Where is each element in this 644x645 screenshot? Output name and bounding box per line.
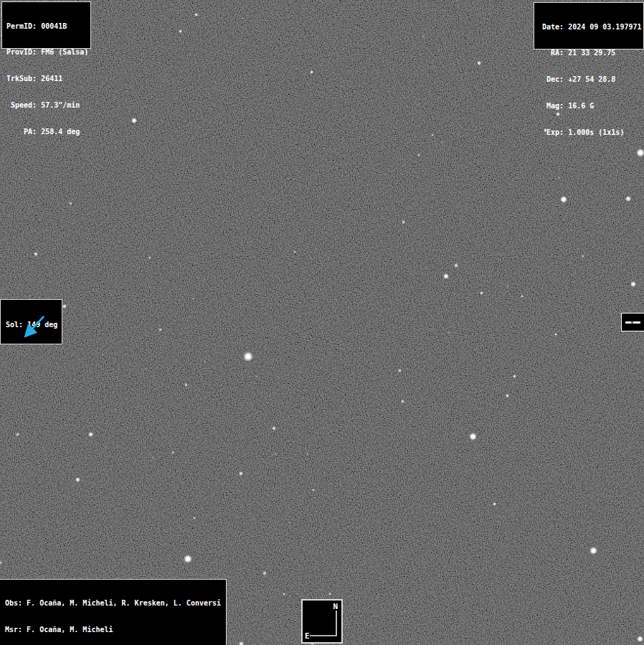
star — [589, 547, 597, 555]
astrometry-image-viewer: PermID: 00041B ProvID: FM6 (Salsa) TrkSu… — [0, 0, 644, 645]
star — [204, 360, 206, 362]
star — [102, 354, 104, 356]
star — [625, 196, 631, 202]
star — [184, 555, 192, 563]
dec-line: Dec: +27 54 28.8 — [538, 75, 640, 84]
star — [637, 636, 643, 642]
star — [554, 333, 557, 336]
star — [69, 202, 72, 205]
star — [431, 133, 434, 136]
prov-id-line: ProvID: FM6 (Salsa) — [6, 48, 86, 57]
star — [62, 304, 67, 309]
star — [262, 571, 267, 575]
object-info-panel: PermID: 00041B ProvID: FM6 (Salsa) TrkSu… — [1, 1, 91, 49]
star — [448, 331, 450, 334]
star — [306, 453, 308, 455]
star — [16, 433, 19, 436]
star — [630, 281, 636, 287]
star — [443, 273, 449, 279]
pa-line: PA: 258.4 deg — [6, 128, 86, 136]
star — [480, 291, 483, 295]
star — [288, 522, 290, 524]
exp-line: Exp: 1.000s (1x1s) — [538, 128, 640, 137]
speed-line: Speed: 57.3"/min — [6, 101, 86, 110]
star — [560, 196, 567, 203]
star — [158, 328, 162, 331]
target-marker-box — [621, 313, 644, 331]
star — [193, 517, 196, 519]
star — [310, 70, 313, 74]
star — [398, 369, 402, 372]
star — [148, 256, 151, 259]
star — [401, 400, 404, 403]
star — [75, 477, 80, 482]
star — [255, 375, 257, 377]
star — [192, 298, 194, 300]
star — [88, 432, 93, 437]
star — [293, 250, 296, 253]
star — [416, 103, 418, 105]
perm-id-line: PermID: 00041B — [6, 22, 86, 31]
measurers-line: Msr: F. Ocaña, M. Micheli — [5, 626, 221, 634]
star — [328, 593, 331, 595]
star — [521, 295, 524, 298]
target-trail-dash — [625, 321, 640, 324]
ephemeris-panel: Date: 2024 09 03.197971 RA: 21 33 29.75 … — [534, 2, 644, 50]
ra-line: RA: 21 33 29.75 — [538, 49, 640, 57]
star — [513, 375, 516, 378]
star — [184, 383, 188, 387]
mag-line: Mag: 16.6 G — [538, 102, 640, 110]
star — [417, 154, 420, 156]
star — [239, 471, 243, 476]
observers-line: Obs: F. Ocaña, M. Micheli, R. Kresken, L… — [5, 599, 221, 608]
sun-direction-panel: Sol: 149 deg — [0, 299, 62, 344]
star — [402, 220, 405, 224]
star — [506, 394, 509, 397]
star — [0, 561, 2, 565]
star — [243, 352, 253, 362]
star — [131, 118, 137, 123]
sun-direction-arrow-icon — [1, 311, 62, 344]
compass-box: N E — [301, 599, 343, 644]
star — [422, 35, 425, 37]
star — [469, 433, 477, 441]
star — [34, 252, 38, 256]
compass-north-label: N — [333, 602, 338, 611]
star — [441, 141, 443, 143]
star — [506, 285, 508, 287]
compass-east-label: E — [305, 631, 310, 641]
star — [312, 489, 315, 491]
star — [171, 451, 174, 454]
star — [151, 456, 153, 458]
star — [477, 61, 481, 65]
star — [558, 176, 560, 179]
observation-info-panel: Obs: F. Ocaña, M. Micheli, R. Kresken, L… — [0, 579, 227, 645]
star — [283, 593, 285, 595]
star — [275, 453, 277, 455]
star — [179, 29, 182, 33]
trksub-line: TrkSub: 26411 — [6, 75, 86, 83]
star — [242, 17, 244, 19]
star — [493, 502, 496, 506]
star — [582, 255, 584, 258]
date-line: Date: 2024 09 03.197971 — [538, 23, 640, 32]
star — [272, 426, 276, 430]
star — [404, 610, 406, 612]
star — [194, 13, 198, 17]
star — [239, 641, 244, 645]
star — [454, 263, 458, 268]
